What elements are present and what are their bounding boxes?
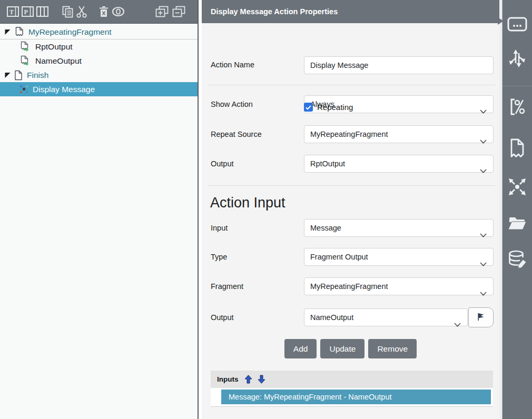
action-buttons: Add Update Remove	[202, 339, 499, 358]
sidebar-icon-ellipsis-box[interactable]	[503, 17, 532, 32]
form-structure-tree: MyRepeatingFragmentRptOutputNameOutputFi…	[0, 24, 198, 96]
move-up-icon[interactable]	[244, 375, 252, 384]
fragment-value: MyRepeatingFragment	[310, 282, 388, 291]
fragment-select[interactable]: MyRepeatingFragment	[304, 277, 494, 295]
tree-item-label: Finish	[27, 71, 48, 80]
chevron-down-icon	[480, 133, 487, 149]
remove-button[interactable]: Remove	[368, 339, 417, 358]
input-label: Input	[211, 224, 228, 232]
chevron-down-icon	[454, 316, 461, 333]
text-element-icon[interactable]: T	[7, 6, 19, 17]
sidebar-icon-folder[interactable]	[503, 215, 532, 232]
tree-item-display-message[interactable]: Display Message	[0, 82, 198, 96]
svg-text:P: P	[24, 8, 28, 16]
output-value: RptOutput	[310, 159, 345, 168]
right-sidebar	[502, 0, 532, 419]
repeat-source-label: Repeat Source	[211, 130, 262, 138]
tree-toolbar: T P	[0, 0, 198, 24]
delete-icon[interactable]	[98, 6, 109, 18]
type-label: Type	[211, 253, 227, 261]
sidebar-divider	[503, 86, 532, 86]
check-icon	[306, 103, 311, 112]
action-input-output-value: NameOutput	[310, 313, 353, 322]
burst-icon	[19, 85, 28, 94]
repeating-label: Repeating	[317, 103, 353, 112]
inputs-table-body: Message: MyRepeatingFragment - NameOutpu…	[211, 388, 493, 406]
tree-item-label: NameOutput	[35, 56, 82, 66]
chevron-down-icon	[480, 162, 487, 179]
type-value: Fragment Output	[310, 253, 368, 261]
repeating-checkbox-row: Repeating	[304, 103, 353, 112]
show-action-label: Show Action	[211, 100, 253, 108]
action-input-heading: Action Input	[210, 195, 285, 211]
fragment-icon	[14, 26, 24, 37]
repeating-checkbox[interactable]	[304, 103, 313, 112]
sidebar-icon-branch-arrows[interactable]	[503, 48, 532, 68]
input-value: Message	[310, 224, 341, 232]
output-icon	[19, 55, 31, 66]
update-button[interactable]: Update	[320, 339, 364, 358]
properties-form: Action Name Display Message Show Action …	[202, 23, 499, 419]
tree-item-myrepeatingfragment[interactable]: MyRepeatingFragment	[0, 25, 198, 39]
expand-toggle-icon[interactable]	[5, 29, 11, 35]
flag-button[interactable]	[468, 307, 494, 327]
copy-icon[interactable]	[62, 6, 73, 18]
output-label: Output	[211, 159, 234, 168]
tree-panel: T P MyRepeatingFragmentRptOutputNameOutp…	[0, 0, 199, 419]
divider	[208, 185, 495, 186]
paragraph-element-icon[interactable]: P	[22, 6, 34, 17]
move-down-icon[interactable]	[258, 375, 265, 384]
tree-item-nameoutput[interactable]: NameOutput	[0, 54, 198, 68]
inputs-table-header: Inputs	[211, 371, 493, 388]
tree-item-label: RptOutput	[35, 42, 73, 52]
inputs-table: Inputs Message: MyRepeatingFragment - Na…	[211, 371, 493, 407]
cut-icon[interactable]	[76, 6, 87, 18]
svg-text:T: T	[9, 8, 14, 16]
tree-item-label: Display Message	[33, 85, 95, 94]
properties-panel: Display Message Action Properties Action…	[202, 0, 499, 419]
action-name-label: Action Name	[211, 61, 254, 69]
sidebar-icon-percent-bracket[interactable]	[503, 97, 532, 116]
type-select[interactable]: Fragment Output	[304, 248, 494, 266]
output-select[interactable]: RptOutput	[304, 155, 494, 173]
tree-item-rptoutput[interactable]: RptOutput	[0, 39, 198, 54]
fragment-label: Fragment	[211, 282, 243, 291]
chevron-down-icon	[480, 103, 487, 119]
panel-title: Display Message Action Properties	[202, 0, 499, 23]
sidebar-icon-fragment[interactable]	[503, 138, 532, 159]
inputs-header-label: Inputs	[217, 375, 239, 383]
columns-element-icon[interactable]	[36, 6, 48, 17]
collapse-panel-arrow-icon[interactable]	[498, 17, 504, 25]
sidebar-icon-scatter-arrows[interactable]	[503, 177, 532, 197]
divider	[208, 85, 495, 85]
add-page-icon[interactable]	[155, 6, 169, 17]
repeat-source-select[interactable]: MyRepeatingFragment	[304, 125, 494, 143]
action-input-output-select[interactable]: NameOutput	[304, 308, 468, 326]
add-button[interactable]: Add	[284, 339, 317, 358]
page-icon	[14, 70, 23, 81]
sidebar-icon-database-edit[interactable]	[503, 250, 532, 270]
output-icon	[19, 41, 31, 52]
tree-item-finish[interactable]: Finish	[0, 68, 198, 82]
action-name-input[interactable]: Display Message	[304, 56, 494, 74]
chevron-down-icon	[480, 226, 487, 243]
input-select[interactable]: Message	[304, 219, 494, 237]
chevron-down-icon	[480, 285, 487, 302]
chevron-down-icon	[480, 255, 487, 272]
action-input-output-label: Output	[211, 313, 234, 322]
flag-icon	[477, 312, 485, 323]
repeat-source-value: MyRepeatingFragment	[310, 130, 388, 138]
remove-page-icon[interactable]	[172, 6, 185, 17]
visibility-icon[interactable]	[112, 6, 125, 17]
expand-toggle-icon[interactable]	[5, 72, 11, 78]
inputs-table-row[interactable]: Message: MyRepeatingFragment - NameOutpu…	[221, 390, 491, 404]
tree-item-label: MyRepeatingFragment	[28, 27, 112, 37]
